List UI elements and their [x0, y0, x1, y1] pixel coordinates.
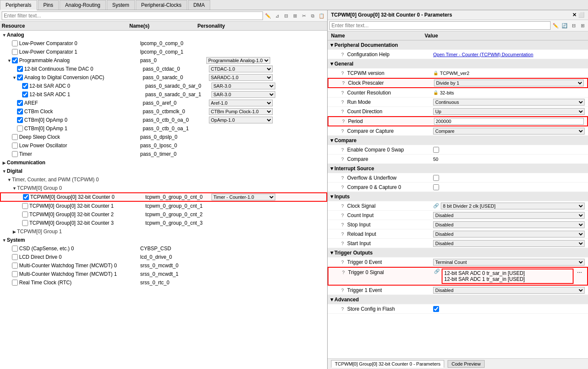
checkbox-lpc0[interactable] — [12, 40, 18, 46]
help-trigger0-event[interactable]: ? — [340, 260, 345, 265]
expand-icon[interactable]: ⊞ — [291, 12, 299, 20]
checkbox-rtc[interactable] — [12, 280, 18, 286]
right-expand-icon[interactable]: ⊞ — [579, 22, 586, 29]
help-count-dir[interactable]: ? — [340, 109, 345, 114]
trigger0-signal-more-btn[interactable]: ··· — [575, 269, 584, 275]
opamp0-select[interactable]: OpAmp-1.0 — [209, 117, 273, 123]
trigger0-event-select[interactable]: Terminal Count — [433, 259, 585, 266]
checkbox-mcwdt0[interactable] — [12, 263, 18, 269]
bottom-tab-params[interactable]: TCPWM[0] Group[0] 32-bit Counter 0 - Par… — [331, 360, 444, 368]
expand-trigger-outputs[interactable]: ▼ — [329, 250, 334, 256]
help-overflow[interactable]: ? — [340, 175, 345, 180]
tab-peripheral-clocks[interactable]: Peripheral-Clocks — [136, 0, 187, 10]
help-count-input[interactable]: ? — [340, 213, 345, 218]
config-help-link[interactable]: Open Timer - Counter (TCPWM) Documentati… — [433, 52, 533, 57]
help-reload-input[interactable]: ? — [340, 232, 345, 237]
checkbox-lcd[interactable] — [12, 254, 18, 260]
tab-system[interactable]: System — [107, 0, 135, 10]
help-config-help[interactable]: ? — [340, 52, 345, 57]
cnt0-select[interactable]: Timer - Counter-1.0 — [211, 194, 275, 200]
enable-compare-swap-check[interactable] — [433, 147, 439, 153]
adc-select[interactable]: SARADC-1.0 — [209, 74, 273, 81]
checkbox-lposc[interactable] — [12, 143, 18, 149]
checkbox-ctdac0[interactable] — [17, 66, 23, 72]
checkbox-mcwdt1[interactable] — [12, 271, 18, 277]
checkbox-csd[interactable] — [12, 246, 18, 252]
expand-inputs[interactable]: ▼ — [329, 194, 334, 200]
expand-interrupt[interactable]: ▼ — [329, 166, 334, 172]
maximize-icon[interactable]: ⬜ — [578, 12, 585, 18]
help-start-input[interactable]: ? — [340, 241, 345, 246]
edit-icon[interactable]: ✏️ — [264, 12, 272, 20]
proganalog-select[interactable]: Programmable Analog-1.0 — [206, 57, 270, 64]
expand-analog[interactable]: ▼ — [2, 32, 7, 37]
help-counter-res[interactable]: ? — [340, 90, 345, 95]
expand-compare[interactable]: ▼ — [329, 137, 334, 143]
right-refresh-icon[interactable]: 🔄 — [561, 22, 568, 29]
help-compare0-capture0[interactable]: ? — [340, 185, 345, 190]
checkbox-cnt3[interactable] — [22, 220, 28, 226]
checkbox-proganalog[interactable] — [12, 57, 18, 63]
count-input-select[interactable]: Disabled — [433, 212, 585, 219]
expand-proganalog[interactable]: ▼ — [7, 58, 12, 63]
checkbox-deepslp[interactable] — [12, 134, 18, 140]
expand-group0[interactable]: ▼ — [12, 186, 17, 191]
help-run-mode[interactable]: ? — [340, 100, 345, 105]
checkbox-opamp0[interactable] — [17, 117, 23, 123]
help-enable-compare-swap[interactable]: ? — [340, 147, 345, 152]
checkbox-cnt0[interactable] — [23, 194, 29, 200]
checkbox-adc[interactable] — [17, 74, 23, 80]
expand-comm[interactable]: ▶ — [2, 160, 7, 165]
expand-periph-doc[interactable]: ▼ — [329, 42, 334, 48]
tree-item-cnt0[interactable]: TCPWM[0] Group[0] 32-bit Counter 0 tcpwm… — [0, 192, 327, 202]
tab-analog-routing[interactable]: Analog-Routing — [60, 0, 106, 10]
tab-dma[interactable]: DMA — [188, 0, 211, 10]
compare-capture-select[interactable]: Compare — [433, 128, 585, 134]
expand-group1[interactable]: ▶ — [12, 229, 17, 234]
clock-signal-link-icon[interactable]: 🔗 — [433, 203, 439, 209]
compare0-capture0-check[interactable] — [433, 184, 439, 190]
collapse-icon[interactable]: ⊟ — [282, 12, 290, 20]
sar0-select[interactable]: SAR-3.0 — [211, 83, 275, 89]
checkbox-ctbmclk[interactable] — [17, 109, 23, 114]
copy-icon[interactable]: ⧉ — [309, 12, 317, 20]
sar1-select[interactable]: SAR-3.0 — [211, 91, 275, 98]
store-config-check[interactable] — [433, 306, 439, 312]
checkbox-sar0[interactable] — [22, 83, 28, 89]
tab-peripherals[interactable]: Peripherals — [0, 0, 37, 10]
start-input-select[interactable]: Disabled — [433, 240, 585, 247]
count-dir-select[interactable]: Up — [433, 108, 585, 115]
right-collapse-icon[interactable]: ⊟ — [570, 22, 577, 29]
checkbox-cnt1[interactable] — [22, 203, 28, 209]
help-period[interactable]: ? — [340, 119, 346, 124]
filter-icon[interactable]: ⊿ — [273, 12, 281, 20]
close-icon[interactable]: ✕ — [572, 12, 577, 18]
paste-icon[interactable]: 📋 — [318, 12, 325, 20]
period-input[interactable] — [434, 118, 584, 125]
right-edit-icon[interactable]: ✏️ — [552, 22, 559, 29]
help-compare[interactable]: ? — [340, 157, 345, 162]
checkbox-lpc1[interactable] — [12, 49, 18, 55]
trigger1-event-select[interactable]: Disabled — [433, 287, 585, 294]
checkbox-cnt2[interactable] — [22, 212, 28, 217]
stop-input-select[interactable]: Disabled — [433, 221, 585, 228]
expand-digital[interactable]: ▼ — [2, 169, 7, 174]
left-filter-input[interactable] — [2, 11, 263, 20]
clock-signal-select[interactable]: 8 bit Divider 2 clk [USED] — [441, 203, 585, 209]
checkbox-aref[interactable] — [17, 100, 23, 106]
help-store-config[interactable]: ? — [340, 306, 345, 312]
right-filter-input[interactable] — [329, 21, 551, 30]
tab-pins[interactable]: Pins — [38, 0, 59, 10]
expand-system[interactable]: ▼ — [2, 237, 7, 243]
help-trigger0-signal[interactable]: ? — [340, 270, 346, 275]
ctbmclk-select[interactable]: CTBm Pump Clock-1.0 — [209, 108, 273, 115]
cut-icon[interactable]: ✂ — [300, 12, 308, 20]
help-compare-capture[interactable]: ? — [340, 129, 345, 134]
bottom-tab-code-preview[interactable]: Code Preview — [448, 360, 484, 368]
expand-tcpwm[interactable]: ▼ — [7, 177, 12, 182]
help-stop-input[interactable]: ? — [340, 222, 345, 227]
help-trigger1-event[interactable]: ? — [340, 288, 345, 293]
run-mode-select[interactable]: Continuous — [433, 99, 585, 106]
help-clock-prescaler[interactable]: ? — [340, 80, 346, 86]
clock-prescaler-select[interactable]: Divide by 1 — [434, 80, 584, 86]
